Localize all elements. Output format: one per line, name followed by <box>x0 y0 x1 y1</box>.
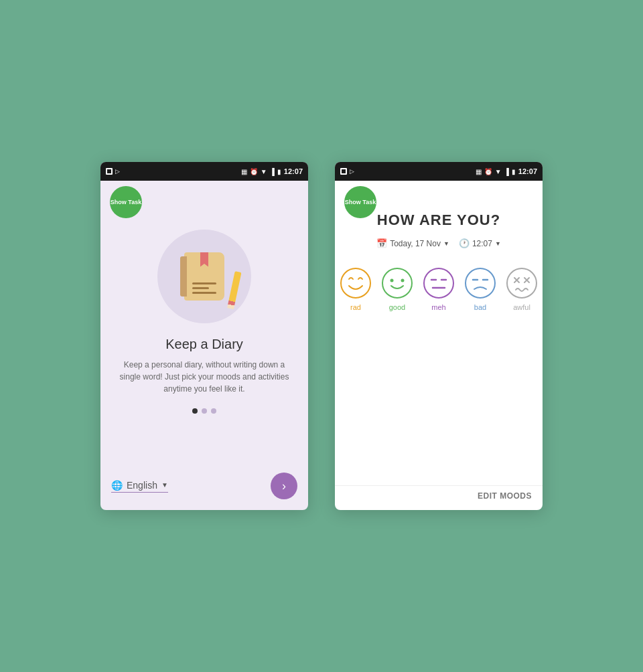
mood-rad-label: rad <box>350 303 361 311</box>
mood-bad-label: bad <box>474 303 486 311</box>
time-item[interactable]: 🕐 12:07 ▼ <box>459 238 501 248</box>
signal-icon-2: ▐ <box>504 168 509 175</box>
show-task-button-2[interactable]: Show Task <box>344 186 376 218</box>
status-bar-right-1: ▦ ⏰ ▼ ▐ ▮ 12:07 <box>241 167 303 175</box>
play-icon: ▷ <box>115 168 120 175</box>
mood-rad[interactable]: rad <box>340 267 372 311</box>
globe-icon: 🌐 <box>111 480 123 491</box>
calendar-icon: 📅 <box>376 238 387 248</box>
phone-2: ▷ ▦ ⏰ ▼ ▐ ▮ 12:07 Show Task HOW ARE YOU?… <box>335 162 543 510</box>
status-bar-left-2: ▷ <box>340 168 354 175</box>
mood-awful-label: awful <box>513 303 530 311</box>
language-selector[interactable]: 🌐 English ▼ <box>111 480 168 493</box>
svg-point-3 <box>401 279 405 282</box>
date-label: Today, 17 Nov <box>390 239 441 248</box>
mood-meh[interactable]: meh <box>423 267 455 311</box>
phone1-footer: 🌐 English ▼ › <box>100 473 308 510</box>
language-label: English <box>127 480 157 491</box>
status-time-1: 12:07 <box>284 167 303 175</box>
mood-awful-face <box>506 267 538 299</box>
dot-1 <box>192 408 198 414</box>
phone2-content: HOW ARE YOU? 📅 Today, 17 Nov ▼ 🕐 12:07 ▼ <box>335 181 543 485</box>
phone1-content: Keep a Diary Keep a personal diary, with… <box>100 181 308 473</box>
mood-bad[interactable]: bad <box>464 267 496 311</box>
mood-bad-face <box>464 267 496 299</box>
bookmark-icon <box>200 252 208 267</box>
mood-rad-face <box>340 267 372 299</box>
chevron-right-icon: › <box>282 479 286 493</box>
status-bar-right-2: ▦ ⏰ ▼ ▐ ▮ 12:07 <box>476 167 537 175</box>
clock-label-icon: 🕐 <box>459 238 470 248</box>
play-icon-2: ▷ <box>350 168 354 175</box>
mood-good-label: good <box>389 303 405 311</box>
battery-icon-2: ▮ <box>512 168 516 175</box>
svg-point-8 <box>466 268 495 298</box>
how-are-you-title: HOW ARE YOU? <box>377 212 500 229</box>
diary-illustration <box>157 230 251 323</box>
dot-3 <box>211 408 216 414</box>
mood-meh-face <box>423 267 455 299</box>
show-task-button-1[interactable]: Show Task <box>110 186 142 218</box>
clock-icon: ⏰ <box>250 168 258 175</box>
diary-line-3 <box>192 292 216 294</box>
diary-line-1 <box>192 282 216 284</box>
android-icon <box>106 168 113 175</box>
status-bar-left-1: ▷ <box>106 168 120 175</box>
edit-moods-button[interactable]: EDIT MOODS <box>478 491 532 501</box>
time-label: 12:07 <box>472 239 492 248</box>
chevron-down-icon: ▼ <box>161 481 168 489</box>
status-time-2: 12:07 <box>518 167 537 175</box>
notification-icon-2: ▦ <box>476 168 482 175</box>
datetime-row: 📅 Today, 17 Nov ▼ 🕐 12:07 ▼ <box>376 238 501 248</box>
diary-line-2 <box>192 287 209 289</box>
date-item[interactable]: 📅 Today, 17 Nov ▼ <box>376 238 449 248</box>
diary-book <box>184 252 224 301</box>
pencil-icon <box>227 271 241 309</box>
next-button[interactable]: › <box>271 473 297 499</box>
status-bar-1: ▷ ▦ ⏰ ▼ ▐ ▮ 12:07 <box>100 162 308 181</box>
battery-icon: ▮ <box>277 168 281 175</box>
phone1-title: Keep a Diary <box>165 337 243 352</box>
wifi-icon: ▼ <box>261 168 267 175</box>
signal-icon: ▐ <box>270 168 275 175</box>
phone1-description: Keep a personal diary, without writing d… <box>117 359 292 395</box>
wifi-icon-2: ▼ <box>495 168 502 175</box>
dot-2 <box>202 408 207 414</box>
phone-1: ▷ ▦ ⏰ ▼ ▐ ▮ 12:07 Show Task Keep <box>100 162 308 510</box>
carousel-dots <box>192 408 216 414</box>
svg-point-4 <box>424 268 453 298</box>
mood-awful[interactable]: awful <box>506 267 538 311</box>
time-chevron-icon: ▼ <box>495 240 501 247</box>
mood-meh-label: meh <box>431 303 445 311</box>
phone2-footer: EDIT MOODS <box>335 485 543 510</box>
clock-icon-2: ⏰ <box>484 168 492 175</box>
notification-icon: ▦ <box>241 168 247 175</box>
mood-good[interactable]: good <box>381 267 413 311</box>
svg-point-2 <box>390 279 394 282</box>
android-icon-2 <box>340 168 347 175</box>
mood-good-face <box>381 267 413 299</box>
moods-row: rad good <box>340 267 538 311</box>
date-chevron-icon: ▼ <box>443 240 449 247</box>
svg-point-11 <box>507 268 537 298</box>
status-bar-2: ▷ ▦ ⏰ ▼ ▐ ▮ 12:07 <box>335 162 543 181</box>
svg-point-0 <box>341 268 370 298</box>
svg-point-1 <box>382 268 412 298</box>
diary-lines <box>192 282 216 294</box>
